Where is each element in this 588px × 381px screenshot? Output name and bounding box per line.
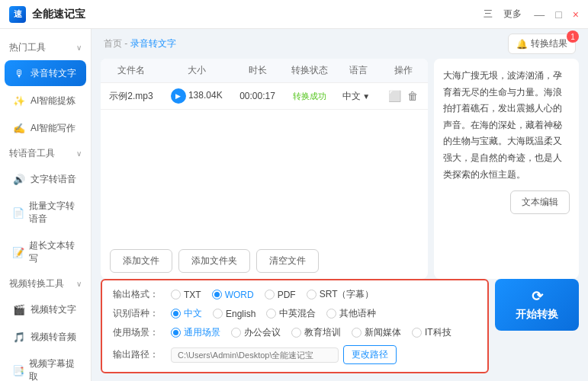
path-input[interactable] bbox=[171, 347, 339, 363]
sidebar-item-batch-tts[interactable]: 📄 批量文字转语音 bbox=[5, 194, 86, 232]
sidebar-item-audio-to-text[interactable]: 🎙 录音转文字 bbox=[5, 60, 86, 86]
radio-meeting bbox=[231, 328, 241, 338]
content-topbar: 首页 - 录音转文字 🔔 转换结果 1 bbox=[92, 29, 588, 59]
cell-size: ▶ 138.04K bbox=[162, 83, 232, 110]
breadcrumb-home: 首页 bbox=[104, 38, 122, 49]
radio-chinese bbox=[171, 309, 181, 319]
sidebar-item-video-subtitle[interactable]: 📑 视频字幕提取 bbox=[5, 351, 86, 381]
scene-options: 通用场景 办公会议 教育培训 新闻媒体 bbox=[171, 326, 451, 339]
settings-row-path: 输出路径： 更改路径 bbox=[113, 345, 477, 364]
minimize-button[interactable]: — bbox=[534, 8, 545, 21]
speaker-icon: 🔊 bbox=[12, 172, 26, 186]
convert-result-button[interactable]: 🔔 转换结果 1 bbox=[508, 34, 576, 54]
settings-row-scene: 使用场景： 通用场景 办公会议 教育培训 bbox=[113, 326, 477, 339]
lang-mixed[interactable]: 中英混合 bbox=[266, 307, 316, 320]
sidebar-item-ai-improve[interactable]: ✨ AI智能提炼 bbox=[5, 88, 86, 114]
breadcrumb: 首页 - 录音转文字 bbox=[104, 37, 176, 50]
clear-files-button[interactable]: 清空文件 bbox=[256, 249, 319, 273]
chevron-down-icon-3: ∨ bbox=[76, 280, 82, 288]
scene-it[interactable]: IT科技 bbox=[412, 326, 451, 339]
sidebar-item-long-text[interactable]: 📝 超长文本转写 bbox=[5, 233, 86, 271]
close-button[interactable]: × bbox=[573, 8, 579, 21]
scene-general[interactable]: 通用场景 bbox=[171, 326, 220, 339]
preview-text: 大海广搜无垠，波涛汹涌，孕育着无尽的生命与力量。海浪拍打着礁石，发出震撼人心的声… bbox=[443, 68, 570, 183]
col-filename: 文件名 bbox=[101, 59, 162, 83]
cell-status: 转换成功 bbox=[284, 83, 337, 110]
sidebar-section-hot-tools-label: 热门工具 bbox=[9, 41, 46, 54]
sidebar-label-batch-tts: 批量文字转语音 bbox=[29, 200, 79, 226]
radio-general bbox=[171, 328, 181, 338]
add-file-button[interactable]: 添加文件 bbox=[110, 249, 172, 273]
scene-education[interactable]: 教育培训 bbox=[291, 326, 341, 339]
radio-srt bbox=[307, 290, 316, 299]
scene-news[interactable]: 新闻媒体 bbox=[352, 326, 401, 339]
notepad-icon: 📝 bbox=[12, 245, 24, 259]
file-table-area: 文件名 大小 时长 转换状态 语言 操作 示例2.mp3 bbox=[101, 59, 428, 279]
titlebar-controls: — □ × bbox=[534, 8, 579, 21]
result-badge: 1 bbox=[567, 30, 579, 43]
delete-icon[interactable]: 🗑 bbox=[406, 89, 419, 103]
breadcrumb-separator: - bbox=[124, 38, 127, 49]
titlebar: 速 全能速记宝 三 更多 — □ × bbox=[0, 0, 588, 29]
format-word[interactable]: WORD bbox=[212, 290, 254, 300]
radio-english bbox=[213, 309, 223, 319]
sidebar-item-video-to-audio[interactable]: 🎵 视频转音频 bbox=[5, 324, 86, 350]
sidebar-section-hot-tools[interactable]: 热门工具 ∨ bbox=[0, 37, 91, 59]
radio-word bbox=[212, 290, 222, 299]
app-logo: 速 bbox=[9, 6, 26, 23]
sidebar-section-video-label: 视频转换工具 bbox=[9, 277, 64, 290]
menu-more[interactable]: 更多 bbox=[503, 8, 522, 21]
change-path-button[interactable]: 更改路径 bbox=[343, 345, 397, 364]
lang-english[interactable]: English bbox=[213, 309, 255, 319]
sidebar-label-ai-improve: AI智能提炼 bbox=[31, 94, 76, 107]
path-label: 输出路径： bbox=[113, 348, 166, 361]
format-pdf[interactable]: PDF bbox=[265, 290, 296, 300]
scene-meeting[interactable]: 办公会议 bbox=[231, 326, 281, 339]
add-folder-button[interactable]: 添加文件夹 bbox=[178, 249, 250, 273]
lang-other[interactable]: 其他语种 bbox=[326, 307, 376, 320]
sidebar-label-audio-to-text: 录音转文字 bbox=[31, 67, 76, 80]
col-status: 转换状态 bbox=[284, 59, 337, 83]
cell-duration: 00:00:17 bbox=[231, 83, 283, 110]
sidebar-item-text-to-speech[interactable]: 🔊 文字转语音 bbox=[5, 166, 86, 192]
format-srt[interactable]: SRT（字幕） bbox=[307, 288, 374, 301]
convert-button[interactable]: ⟳ 开始转换 bbox=[495, 279, 579, 331]
play-button[interactable]: ▶ bbox=[171, 88, 186, 104]
copy-icon[interactable]: ⬜ bbox=[387, 89, 401, 103]
col-size: 大小 bbox=[162, 59, 232, 83]
video-icon: 🎬 bbox=[12, 303, 26, 316]
cell-actions: ⬜ 🗑 bbox=[380, 83, 428, 110]
sidebar: 热门工具 ∨ 🎙 录音转文字 ✨ AI智能提炼 ✍ AI智能写作 转语音工具 ∨… bbox=[0, 29, 92, 381]
content-area: 首页 - 录音转文字 🔔 转换结果 1 文件名 大小 时长 bbox=[92, 29, 588, 381]
lang-chinese[interactable]: 中文 bbox=[171, 307, 202, 320]
file-table: 文件名 大小 时长 转换状态 语言 操作 示例2.mp3 bbox=[101, 59, 428, 110]
sidebar-label-video-to-text: 视频转文字 bbox=[31, 303, 76, 316]
convert-label: 开始转换 bbox=[516, 308, 558, 322]
titlebar-right: 三 更多 — □ × bbox=[484, 8, 579, 21]
sidebar-section-video[interactable]: 视频转换工具 ∨ bbox=[0, 273, 91, 295]
chevron-lang-icon[interactable]: ▼ bbox=[362, 92, 370, 101]
sidebar-label-text-to-speech: 文字转语音 bbox=[31, 173, 76, 186]
maximize-button[interactable]: □ bbox=[555, 8, 561, 21]
recognition-label: 识别语种： bbox=[113, 307, 166, 320]
breadcrumb-current: 录音转文字 bbox=[130, 38, 176, 49]
settings-panel: 输出格式： TXT WORD PDF bbox=[101, 279, 489, 373]
sidebar-item-video-to-text[interactable]: 🎬 视频转文字 bbox=[5, 296, 86, 322]
convert-result-label: 转换结果 bbox=[531, 37, 567, 50]
app-title: 全能速记宝 bbox=[32, 8, 85, 21]
sidebar-item-ai-write[interactable]: ✍ AI智能写作 bbox=[5, 115, 86, 141]
sidebar-section-tts[interactable]: 转语音工具 ∨ bbox=[0, 142, 91, 165]
titlebar-menu: 三 更多 bbox=[484, 8, 522, 21]
text-edit-button[interactable]: 文本编辑 bbox=[510, 190, 570, 214]
sidebar-section-tts-label: 转语音工具 bbox=[9, 147, 55, 160]
menu-three[interactable]: 三 bbox=[484, 8, 493, 21]
scene-label: 使用场景： bbox=[113, 326, 166, 339]
radio-txt bbox=[171, 290, 181, 299]
radio-pdf bbox=[265, 290, 275, 299]
output-format-options: TXT WORD PDF SRT（字幕） bbox=[171, 288, 374, 301]
music-icon: 🎵 bbox=[12, 330, 26, 344]
col-language: 语言 bbox=[336, 59, 380, 83]
radio-other bbox=[326, 309, 336, 319]
format-txt[interactable]: TXT bbox=[171, 290, 201, 300]
chevron-down-icon: ∨ bbox=[76, 43, 82, 52]
